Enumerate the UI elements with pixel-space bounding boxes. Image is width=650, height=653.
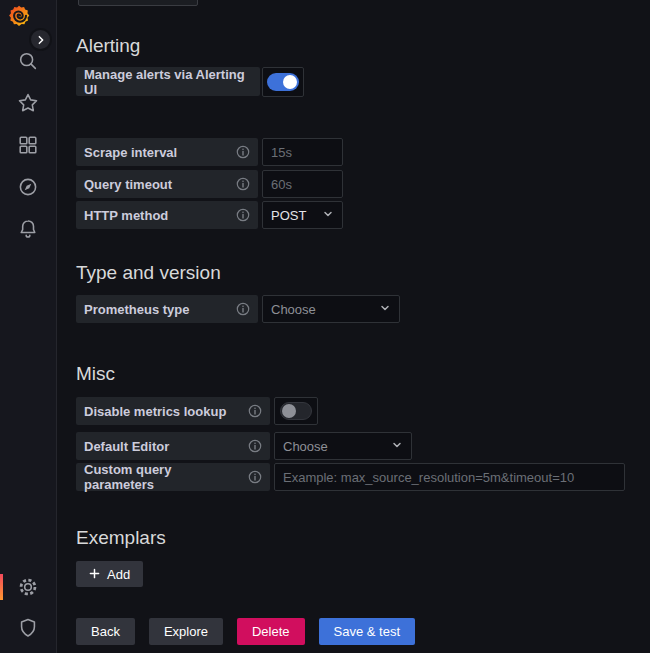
scrape-interval-input-wrap <box>262 138 343 166</box>
save-and-test-button[interactable]: Save & test <box>319 618 415 645</box>
disable-metrics-lookup-label: Disable metrics lookup <box>76 397 270 425</box>
info-icon[interactable] <box>236 208 250 222</box>
section-heading-type-version: Type and version <box>76 262 221 284</box>
prometheus-type-label: Prometheus type <box>76 295 258 323</box>
grafana-logo-icon[interactable] <box>5 4 33 32</box>
query-timeout-label: Query timeout <box>76 170 258 198</box>
star-icon[interactable] <box>17 92 39 114</box>
http-method-label: HTTP method <box>76 201 258 229</box>
active-nav-indicator <box>0 574 3 600</box>
info-icon[interactable] <box>236 177 250 191</box>
explore-button[interactable]: Explore <box>149 618 223 645</box>
default-editor-label: Default Editor <box>76 432 270 460</box>
section-heading-misc: Misc <box>76 363 115 385</box>
manage-alerts-toggle[interactable] <box>262 67 304 97</box>
info-icon[interactable] <box>248 439 262 453</box>
back-button[interactable]: Back <box>76 618 135 645</box>
chevron-down-icon <box>379 302 391 317</box>
chevron-down-icon <box>322 208 334 223</box>
manage-alerts-label: Manage alerts via Alerting UI <box>76 67 260 96</box>
shield-admin-icon[interactable] <box>17 617 39 639</box>
query-timeout-input[interactable] <box>271 177 334 192</box>
info-icon[interactable] <box>236 302 250 316</box>
chevron-down-icon <box>391 439 403 454</box>
bell-alerting-icon[interactable] <box>17 218 39 240</box>
toggle-off[interactable] <box>280 402 312 420</box>
query-timeout-input-wrap <box>262 170 343 198</box>
http-method-select[interactable]: POST <box>262 201 343 229</box>
dashboards-grid-icon[interactable] <box>17 134 39 156</box>
cut-off-field-above <box>78 0 198 6</box>
gear-configuration-icon[interactable] <box>17 576 39 598</box>
delete-button[interactable]: Delete <box>237 618 305 645</box>
toggle-on[interactable] <box>267 73 299 91</box>
sidebar <box>0 0 57 653</box>
info-icon[interactable] <box>248 470 262 484</box>
sidebar-expand-button[interactable] <box>29 28 52 51</box>
search-icon[interactable] <box>17 50 39 72</box>
prometheus-type-select[interactable]: Choose <box>262 295 400 323</box>
plus-icon <box>89 567 100 582</box>
compass-explore-icon[interactable] <box>17 176 39 198</box>
info-icon[interactable] <box>248 404 262 418</box>
scrape-interval-input[interactable] <box>271 145 334 160</box>
section-heading-alerting: Alerting <box>76 35 140 57</box>
custom-query-parameters-input[interactable] <box>283 470 616 485</box>
section-heading-exemplars: Exemplars <box>76 527 166 549</box>
add-exemplar-button[interactable]: Add <box>76 561 143 587</box>
scrape-interval-label: Scrape interval <box>76 138 258 166</box>
custom-query-parameters-input-wrap <box>274 463 625 491</box>
footer-button-bar: Back Explore Delete Save & test <box>76 618 415 645</box>
info-icon[interactable] <box>236 145 250 159</box>
default-editor-select[interactable]: Choose <box>274 432 412 460</box>
custom-query-parameters-label: Custom query parameters <box>76 463 270 491</box>
disable-metrics-lookup-toggle[interactable] <box>274 397 318 425</box>
